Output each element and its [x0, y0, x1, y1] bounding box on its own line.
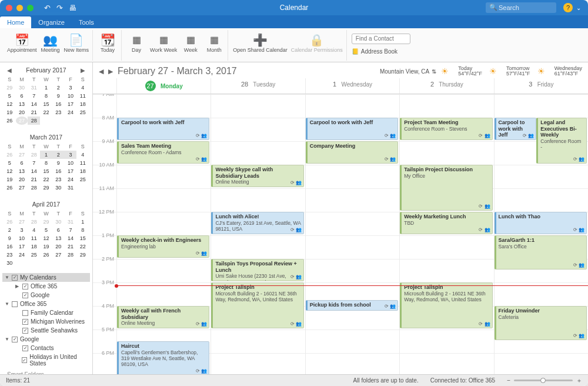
- day-cell[interactable]: 20: [16, 108, 28, 117]
- next-month-button[interactable]: ▶: [81, 67, 85, 74]
- workweek-view-button[interactable]: ▦Work Week: [150, 32, 177, 54]
- day-cell[interactable]: 2: [52, 84, 65, 92]
- calendar-event[interactable]: HaircutCapelli's Gentlemen's Barbershop,…: [117, 341, 209, 374]
- day-cell[interactable]: 6: [16, 92, 28, 100]
- day-cell[interactable]: 22: [76, 242, 89, 251]
- smart-folders[interactable]: Smart Folders: [2, 368, 90, 374]
- day-cell[interactable]: 13: [16, 100, 28, 108]
- day-cell[interactable]: 8: [76, 226, 89, 234]
- day-cell[interactable]: 23: [4, 251, 16, 259]
- day-cell[interactable]: 27: [16, 151, 28, 159]
- day-cell[interactable]: 5: [40, 226, 52, 234]
- day-cell[interactable]: 14: [28, 100, 40, 108]
- day-cell[interactable]: 15: [76, 234, 89, 242]
- day-cell[interactable]: 2: [52, 151, 65, 159]
- day-cell[interactable]: 25: [28, 251, 40, 259]
- day-cell[interactable]: 7: [28, 92, 40, 100]
- calendar-event[interactable]: Project TailspinMicrosoft Building 2 - 1…: [211, 282, 303, 328]
- day-cell[interactable]: 21: [65, 242, 77, 251]
- weather-day[interactable]: ☀Tomorrow57°F/41°F: [489, 66, 530, 77]
- calendar-event[interactable]: Tailspin Toys Proposal Review + LunchUmi…: [211, 259, 303, 281]
- calendar-event[interactable]: Sara/Garth 1:1Sara's Office⟳ 👥: [495, 235, 587, 269]
- day-header[interactable]: 2 Thursday: [399, 78, 493, 94]
- checkbox[interactable]: ✓: [22, 328, 28, 334]
- day-header[interactable]: 27 Monday: [116, 78, 211, 94]
- calendar-item[interactable]: ▶✓Office 365: [2, 282, 90, 291]
- day-cell[interactable]: 28: [28, 218, 40, 226]
- calendar-group[interactable]: ▼✓My Calendars: [2, 273, 90, 282]
- day-cell[interactable]: 9: [52, 92, 65, 100]
- day-cell[interactable]: 20: [52, 242, 65, 251]
- day-cell[interactable]: 4: [76, 84, 89, 92]
- weather-day[interactable]: ☀Wednesday61°F/43°F: [537, 66, 582, 77]
- month-view-button[interactable]: ▦Month: [204, 32, 224, 54]
- checkbox[interactable]: ✓: [22, 319, 28, 325]
- day-cell[interactable]: 30: [52, 218, 65, 226]
- day-cell[interactable]: 27: [16, 117, 28, 125]
- day-cell[interactable]: 3: [65, 84, 77, 92]
- calendar-item[interactable]: ✓Google: [2, 291, 90, 300]
- checkbox[interactable]: ✓: [12, 275, 18, 281]
- day-cell[interactable]: 28: [65, 251, 77, 259]
- weather-day[interactable]: ☀Today54°F/42°F: [441, 66, 482, 77]
- day-cell[interactable]: 19: [4, 175, 16, 184]
- day-cell[interactable]: 27: [16, 184, 28, 192]
- day-cell[interactable]: 25: [76, 175, 89, 184]
- checkbox[interactable]: [12, 301, 18, 307]
- weather-location[interactable]: Mountain View, CA ⇅: [380, 68, 436, 75]
- calendar-item[interactable]: ✓Holidays in United States: [2, 352, 90, 368]
- checkbox[interactable]: ✓: [22, 292, 28, 298]
- day-cell[interactable]: 30: [16, 84, 28, 92]
- day-cell[interactable]: 19: [40, 242, 52, 251]
- zoom-slider[interactable]: [514, 380, 573, 381]
- calendar-grid[interactable]: 7 AM8 AM9 AM10 AM11 AM12 PM1 PM2 PM3 PM4…: [93, 94, 588, 374]
- day-cell[interactable]: 26: [4, 218, 16, 226]
- day-cell[interactable]: 16: [52, 100, 65, 108]
- day-cell[interactable]: 24: [16, 251, 28, 259]
- week-view-button[interactable]: ▦Week: [181, 32, 201, 54]
- day-cell[interactable]: 28: [28, 151, 40, 159]
- undo-icon[interactable]: ↶: [44, 4, 51, 12]
- day-cell[interactable]: 10: [65, 92, 77, 100]
- calendar-event[interactable]: Weekly call with French SubsidiaryOnline…: [117, 306, 209, 328]
- day-cell[interactable]: 26: [40, 251, 52, 259]
- day-header[interactable]: 3 Friday: [494, 78, 588, 94]
- day-cell[interactable]: 11: [76, 92, 89, 100]
- prev-month-button[interactable]: ◀: [7, 67, 12, 74]
- close-button[interactable]: [6, 5, 12, 11]
- day-cell[interactable]: 21: [28, 108, 40, 117]
- day-cell[interactable]: 31: [28, 84, 40, 92]
- day-cell[interactable]: 30: [52, 184, 65, 192]
- tab-tools[interactable]: Tools: [72, 16, 101, 28]
- day-cell[interactable]: 1: [76, 218, 89, 226]
- day-header[interactable]: 28 Tuesday: [211, 78, 305, 94]
- calendar-event[interactable]: Project Team MeetingConference Room - St…: [400, 118, 492, 140]
- calendar-event[interactable]: Carpool to work with Jeff⟳ 👥: [306, 118, 398, 140]
- day-cell[interactable]: 16: [52, 167, 65, 175]
- day-cell[interactable]: 20: [16, 175, 28, 184]
- day-cell[interactable]: 8: [40, 159, 52, 167]
- day-cell[interactable]: 17: [65, 167, 77, 175]
- day-cell[interactable]: 13: [16, 167, 28, 175]
- calendar-event[interactable]: Friday UnwinderCafeteria⟳ 👥: [495, 306, 587, 340]
- day-cell[interactable]: 28: [28, 117, 40, 125]
- day-cell[interactable]: 18: [76, 100, 89, 108]
- calendar-event[interactable]: Company Meeting⟳ 👥: [306, 141, 398, 164]
- calendar-event[interactable]: Weekly Marketing LunchTBD⟳ 👥: [400, 212, 492, 234]
- day-cell[interactable]: 16: [4, 242, 16, 251]
- day-cell[interactable]: 11: [76, 159, 89, 167]
- calendar-event[interactable]: Pickup kids from school⟳ 👥: [306, 300, 398, 311]
- checkbox[interactable]: ✓: [22, 345, 28, 351]
- address-book-button[interactable]: 📒Address Book: [352, 48, 397, 55]
- day-cell[interactable]: 29: [40, 184, 52, 192]
- next-week-button[interactable]: ▶: [108, 68, 113, 75]
- help-button[interactable]: ?: [563, 3, 573, 12]
- day-cell[interactable]: 24: [65, 175, 77, 184]
- print-icon[interactable]: 🖶: [69, 4, 76, 12]
- calendar-event[interactable]: Legal and Executives Bi-WeeklyConference…: [536, 118, 587, 164]
- day-cell[interactable]: 6: [52, 226, 65, 234]
- day-cell[interactable]: 25: [76, 108, 89, 117]
- day-cell[interactable]: 4: [76, 151, 89, 159]
- calendar-item[interactable]: Family Calendar: [2, 308, 90, 317]
- day-cell[interactable]: 9: [4, 234, 16, 242]
